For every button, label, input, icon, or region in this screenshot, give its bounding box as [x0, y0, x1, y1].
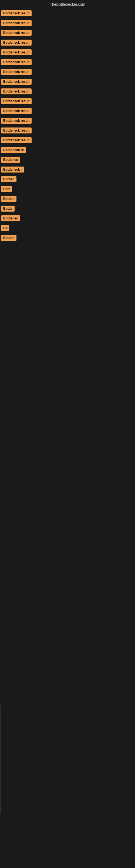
list-item: Bottleneck result	[0, 135, 135, 145]
list-item: Bottleneck result	[0, 9, 135, 18]
bottleneck-badge[interactable]: Bottleneck result	[1, 40, 32, 45]
list-item: Bottlen	[0, 194, 135, 204]
bottleneck-badge[interactable]: Bottleneck result	[1, 20, 32, 26]
bottleneck-badge[interactable]: Bottle	[1, 206, 14, 212]
list-item: Bottleneck re	[0, 145, 135, 155]
bottleneck-badge[interactable]: Bottleneck result	[1, 127, 32, 133]
bottleneck-badge[interactable]: Bott	[1, 186, 12, 192]
bottleneck-badge[interactable]: Bottleneck result	[1, 118, 32, 124]
list-item: Bottleneck result	[0, 48, 135, 57]
site-title: TheBottlenecker.com	[0, 0, 135, 9]
bottleneck-badge[interactable]: Bottleneck result	[1, 98, 32, 104]
bottleneck-badge[interactable]: Bottlen	[1, 176, 16, 182]
list-item: Bottleneck result	[0, 58, 135, 67]
bottleneck-badge[interactable]: Bottleneck result	[1, 108, 32, 114]
bottleneck-badge[interactable]: Bottleneck result	[1, 10, 32, 16]
bottleneck-badge[interactable]: Bottleneck result	[1, 88, 32, 94]
list-item: Bottlen	[0, 233, 135, 243]
bottleneck-badge[interactable]: Bottleneck result	[1, 69, 32, 75]
bottleneck-badge[interactable]: Bottlenec	[1, 157, 20, 163]
list-item: Bottleneck r	[0, 165, 135, 174]
list-item: Bott	[0, 184, 135, 194]
list-item: Bottleneck result	[0, 28, 135, 37]
list-item: Bo	[0, 223, 135, 233]
list-item: Bottleneck result	[0, 38, 135, 47]
list-item: Bottleneck result	[0, 19, 135, 28]
list-item: Bottleneck result	[0, 116, 135, 125]
site-header: TheBottlenecker.com	[0, 0, 135, 9]
list-item: Bottleneck result	[0, 97, 135, 106]
bottleneck-list: Bottleneck resultBottleneck resultBottle…	[0, 9, 135, 243]
list-item: Bottleneck result	[0, 67, 135, 76]
bottleneck-badge[interactable]: Bottlen	[1, 235, 16, 241]
bottleneck-badge[interactable]: Bottlenec	[1, 215, 20, 221]
bottleneck-badge[interactable]: Bottlen	[1, 196, 16, 202]
list-item: Bottlenec	[0, 155, 135, 164]
bottleneck-badge[interactable]: Bottleneck result	[1, 59, 32, 65]
bottleneck-badge[interactable]: Bottleneck r	[1, 166, 24, 173]
list-item: Bottleneck result	[0, 106, 135, 116]
list-item: Bottlenec	[0, 214, 135, 223]
bottleneck-badge[interactable]: Bottleneck result	[1, 79, 32, 85]
bottleneck-badge[interactable]: Bottleneck result	[1, 30, 32, 36]
bottleneck-badge[interactable]: Bo	[1, 225, 9, 231]
list-item: Bottlen	[0, 175, 135, 184]
bottleneck-badge[interactable]: Bottleneck result	[1, 137, 32, 143]
list-item: Bottleneck result	[0, 77, 135, 86]
list-item: Bottleneck result	[0, 126, 135, 135]
list-item: Bottleneck result	[0, 87, 135, 96]
bottleneck-badge[interactable]: Bottleneck re	[1, 147, 26, 153]
vertical-line	[1, 705, 1, 814]
list-item: Bottle	[0, 204, 135, 213]
bottleneck-badge[interactable]: Bottleneck result	[1, 50, 32, 55]
